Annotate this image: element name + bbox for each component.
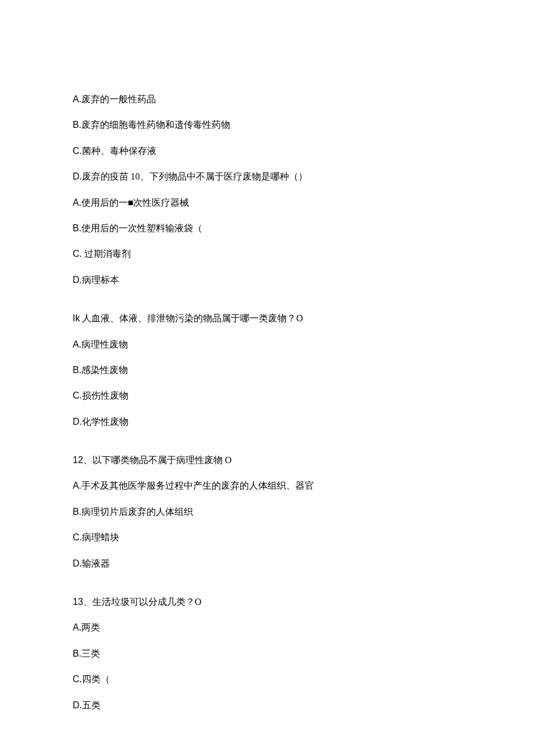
- text-line: D.输液器: [73, 557, 462, 570]
- text-line: B.感染性废物: [73, 364, 462, 377]
- text-line: A.两类: [73, 621, 462, 634]
- text-line: A.病理性废物: [73, 338, 462, 351]
- text-line: D.化学性废物: [73, 415, 462, 428]
- text-line: 12、以下哪类物品不属于病理性废物 O: [73, 454, 462, 467]
- text-line: C. 过期消毒剂: [73, 248, 462, 260]
- text-line: D.废弃的疫苗 10、下列物品中不属于医疗废物是哪种（）: [73, 170, 462, 183]
- text-line: C.损伤性废物: [73, 389, 462, 402]
- document-content: A.废弃的一般性药品B.废弃的细胞毒性药物和遗传毒性药物C.菌种、毒种保存液D.…: [73, 93, 462, 712]
- text-line: C.病理蜡块: [73, 531, 462, 544]
- text-line: B.病理切片后废弃的人体组织: [73, 506, 462, 518]
- text-line: A.手术及其他医学服务过程中产生的废弃的人体组织、器官: [73, 479, 462, 492]
- text-line: D.病理标本: [73, 274, 462, 286]
- text-line: D.五类: [73, 699, 462, 712]
- text-line: C.菌种、毒种保存液: [73, 145, 462, 157]
- text-line: B.使用后的一次性塑料输液袋（: [73, 222, 462, 235]
- text-line: C.四类（: [73, 673, 462, 686]
- text-line: Ik 人血液、体液、排泄物污染的物品属于哪一类废物？O: [73, 312, 462, 325]
- text-line: 13、生活垃圾可以分成几类？O: [73, 596, 462, 608]
- text-line: A.使用后的一■次性医疗器械: [73, 196, 462, 209]
- text-line: B.废弃的细胞毒性药物和遗传毒性药物: [73, 119, 462, 131]
- text-line: A.废弃的一般性药品: [73, 93, 462, 106]
- text-line: B.三类: [73, 647, 462, 660]
